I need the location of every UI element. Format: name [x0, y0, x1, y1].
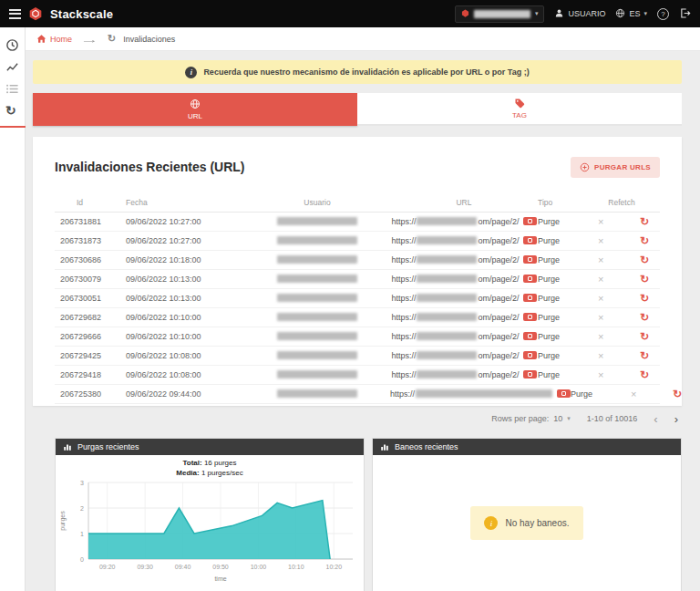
copy-badge-icon[interactable]: [523, 351, 537, 359]
refetch-icon[interactable]: ↻: [640, 293, 649, 304]
chevron-down-icon: ▾: [567, 415, 571, 422]
language-menu[interactable]: ES ▾: [615, 8, 647, 20]
cell-url: https:// om/page/2/: [390, 255, 538, 264]
user-icon: [554, 8, 564, 20]
tab-url[interactable]: URL: [33, 93, 357, 126]
x-icon: ×: [598, 254, 603, 265]
cell-refetch: × ↻: [583, 216, 660, 227]
refetch-icon[interactable]: ↻: [640, 350, 649, 361]
redacted-url: [417, 313, 477, 321]
logout-icon[interactable]: [679, 7, 691, 21]
copy-badge-icon[interactable]: [523, 236, 537, 244]
main-content: Home → ↻ Invalidaciones i Recuerda que n…: [26, 27, 700, 591]
purge-urls-label: PURGAR URLS: [594, 163, 651, 171]
cell-url: https:// om/page/2/: [390, 351, 538, 360]
url-prefix: https://: [391, 275, 416, 284]
x-icon: ×: [598, 312, 603, 323]
copy-badge-icon[interactable]: [523, 275, 537, 283]
copy-badge-icon[interactable]: [523, 217, 537, 225]
account-logo-icon: [461, 9, 469, 19]
copy-badge-icon[interactable]: [523, 370, 537, 378]
next-page-icon[interactable]: ›: [674, 413, 678, 425]
cell-tipo: Purge: [571, 389, 616, 399]
url-prefix: https://: [391, 351, 416, 360]
redacted-account-name: [474, 10, 530, 18]
no-baneos-message: i No hay baneos.: [470, 506, 582, 540]
top-header: Stackscale ▾ USUARIO ES ▾ ?: [0, 0, 700, 27]
refetch-icon[interactable]: ↻: [640, 274, 649, 285]
sync-icon: ↻: [108, 34, 116, 44]
copy-badge-icon[interactable]: [523, 313, 537, 321]
chart-annotation: Total: 16 purges Media: 1 purges/sec: [56, 458, 364, 478]
table-header: Id Fecha Usuario URL Tipo Refetch: [55, 194, 660, 213]
column-usuario: Usuario: [244, 198, 390, 207]
cell-refetch: × ↻: [616, 389, 693, 399]
cell-id: 206725380: [55, 389, 126, 399]
redacted-url: [417, 217, 477, 225]
purge-urls-button[interactable]: PURGAR URLS: [571, 157, 660, 178]
refetch-icon[interactable]: ↻: [640, 369, 649, 380]
x-icon: ×: [631, 389, 636, 399]
url-prefix: https://: [391, 217, 416, 226]
table-row: 206729666 09/06/2022 10:10:00 https:// o…: [55, 327, 660, 347]
bottom-panels: Purgas recientes Total: 16 purges Media:…: [55, 438, 682, 591]
refetch-icon[interactable]: ↻: [640, 312, 649, 323]
cell-usuario: [244, 275, 390, 283]
cell-tipo: Purge: [538, 332, 583, 341]
tab-tag-label: TAG: [512, 111, 527, 119]
cell-id: 206730079: [55, 275, 126, 284]
line-chart-icon[interactable]: [5, 60, 19, 74]
user-menu[interactable]: USUARIO: [554, 8, 605, 20]
url-suffix: om/page/2/: [478, 313, 519, 322]
redacted-usuario: [277, 389, 357, 398]
copy-badge-icon[interactable]: [523, 294, 537, 302]
cell-id: 206729418: [55, 370, 126, 379]
refetch-icon[interactable]: ↻: [640, 235, 649, 246]
redacted-url: [417, 351, 477, 359]
x-icon: ×: [598, 293, 603, 304]
cell-fecha: 09/06/2022 10:08:00: [126, 351, 244, 360]
redacted-url: [417, 370, 477, 378]
rows-per-page[interactable]: Rows per page: 10 ▾: [491, 414, 571, 423]
copy-badge-icon[interactable]: [557, 389, 571, 398]
clock-icon[interactable]: [5, 38, 19, 52]
cell-refetch: × ↻: [583, 235, 660, 246]
refetch-icon[interactable]: ↻: [640, 254, 649, 265]
cell-url: https:// om/page/2/: [390, 217, 538, 226]
cell-url: https:// om/page/2/: [390, 332, 538, 341]
url-suffix: om/page/2/: [478, 255, 519, 264]
no-baneos-text: No hay baneos.: [505, 518, 569, 528]
copy-badge-icon[interactable]: [523, 332, 537, 340]
breadcrumb-home[interactable]: Home: [36, 34, 72, 44]
cell-tipo: Purge: [538, 294, 583, 303]
list-icon[interactable]: [5, 82, 19, 96]
x-icon: ×: [598, 274, 603, 285]
cell-fecha: 09/06/2022 10:27:00: [126, 217, 244, 226]
redacted-usuario: [277, 294, 357, 302]
cell-id: 206731881: [55, 217, 126, 226]
globe-icon: [615, 8, 625, 20]
arrow-right-icon: →: [80, 34, 99, 45]
tag-icon: [514, 98, 525, 109]
redacted-usuario: [277, 370, 357, 378]
info-icon: i: [185, 67, 197, 78]
cell-usuario: [244, 217, 390, 225]
cell-refetch: × ↻: [583, 350, 660, 361]
invalidation-tabs: URL TAG: [33, 93, 682, 126]
refetch-icon[interactable]: ↻: [640, 331, 649, 342]
sync-icon[interactable]: ↻: [5, 104, 19, 118]
refetch-icon[interactable]: ↻: [673, 389, 682, 399]
copy-badge-icon[interactable]: [523, 255, 537, 264]
redacted-usuario: [277, 351, 357, 359]
chevron-down-icon: ▾: [535, 10, 539, 17]
menu-icon[interactable]: [9, 9, 21, 19]
redacted-url: [417, 294, 477, 302]
stackscale-logo-icon[interactable]: [28, 6, 43, 21]
refetch-icon[interactable]: ↻: [640, 216, 649, 227]
tab-tag[interactable]: TAG: [357, 93, 682, 126]
prev-page-icon[interactable]: ‹: [654, 413, 657, 425]
redacted-usuario: [277, 217, 357, 225]
account-selector[interactable]: ▾: [455, 5, 545, 23]
cell-fecha: 09/06/2022 10:27:00: [126, 236, 244, 245]
help-icon[interactable]: ?: [657, 8, 669, 20]
